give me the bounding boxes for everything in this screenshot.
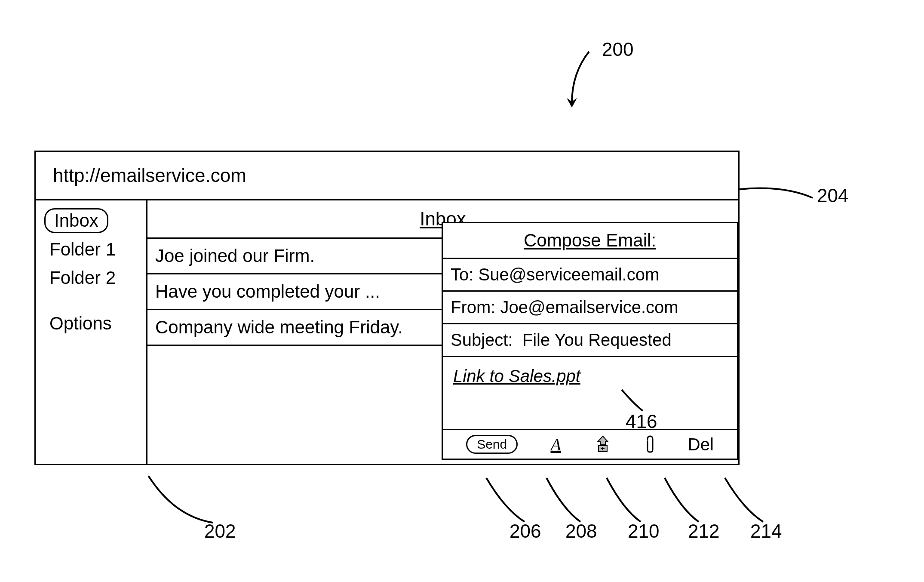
subject-value: File You Requested xyxy=(522,330,672,349)
leader-206 xyxy=(484,475,535,527)
to-label: To: xyxy=(451,265,473,284)
send-button[interactable]: Send xyxy=(466,435,518,454)
from-value: Joe@emailservice.com xyxy=(500,298,678,317)
sidebar-options[interactable]: Options xyxy=(44,311,138,336)
compose-toolbar: Send A De xyxy=(443,430,737,459)
callout-202: 202 xyxy=(204,520,236,542)
delete-button[interactable]: Del xyxy=(688,435,714,454)
subject-label: Subject: xyxy=(451,330,513,349)
callout-214: 214 xyxy=(750,520,782,542)
leader-214 xyxy=(722,475,774,527)
compose-subject-field[interactable]: Subject: File You Requested xyxy=(443,324,737,357)
compose-body[interactable]: Link to Sales.ppt xyxy=(443,357,737,430)
url-text: http://emailservice.com xyxy=(53,165,246,186)
from-label: From: xyxy=(451,298,495,317)
sidebar-item-folder1[interactable]: Folder 1 xyxy=(44,237,138,262)
to-value: Sue@serviceemail.com xyxy=(478,265,659,284)
callout-208: 208 xyxy=(565,520,597,542)
callout-210: 210 xyxy=(628,520,659,542)
address-bar[interactable]: http://emailservice.com xyxy=(36,152,738,200)
callout-204: 204 xyxy=(817,185,848,206)
callout-212: 212 xyxy=(688,520,719,542)
sidebar-item-folder2[interactable]: Folder 2 xyxy=(44,266,138,290)
attachment-link[interactable]: Link to Sales.ppt xyxy=(453,366,580,385)
leader-210 xyxy=(604,475,651,527)
compose-panel: Compose Email: To: Sue@serviceemail.com … xyxy=(442,222,738,460)
compose-title: Compose Email: xyxy=(443,223,737,259)
leader-208 xyxy=(544,475,591,527)
sidebar-item-inbox[interactable]: Inbox xyxy=(44,208,108,233)
format-text-icon[interactable]: A xyxy=(551,434,561,455)
compose-from-field[interactable]: From: Joe@emailservice.com xyxy=(443,292,737,324)
sidebar: Inbox Folder 1 Folder 2 Options xyxy=(36,200,147,464)
upload-icon[interactable] xyxy=(594,435,612,453)
compose-to-field[interactable]: To: Sue@serviceemail.com xyxy=(443,259,737,292)
callout-206: 206 xyxy=(510,520,541,542)
arrow-200-leader xyxy=(550,47,602,112)
paperclip-icon[interactable] xyxy=(645,435,655,454)
leader-212 xyxy=(662,475,709,527)
callout-200: 200 xyxy=(602,39,633,60)
leader-204 xyxy=(740,181,821,224)
callout-416: 416 xyxy=(626,411,657,432)
